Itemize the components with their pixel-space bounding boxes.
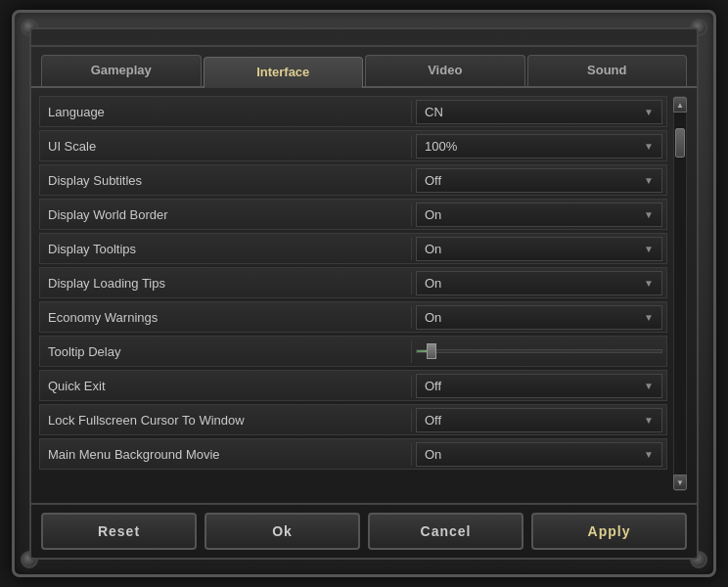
dropdown-language[interactable]: CN▼ — [416, 100, 662, 124]
dropdown-value-display-subtitles: Off — [425, 173, 441, 188]
scrollbar: ▲ ▼ — [671, 96, 689, 491]
dropdown-value-display-world-border: On — [425, 207, 441, 222]
dropdown-value-ui-scale: 100% — [425, 139, 457, 154]
dropdown-value-main-menu-background-movie: On — [425, 447, 441, 462]
setting-row-tooltip-delay: Tooltip Delay — [39, 336, 667, 367]
setting-label-main-menu-background-movie: Main Menu Background Movie — [40, 443, 412, 466]
setting-row-display-loading-tips: Display Loading TipsOn▼ — [39, 267, 667, 298]
tabs-row: GameplayInterfaceVideoSound — [31, 47, 697, 88]
setting-label-language: Language — [40, 101, 412, 123]
inner-panel: GameplayInterfaceVideoSound LanguageCN▼U… — [29, 27, 699, 560]
dropdown-arrow-language: ▼ — [644, 107, 654, 117]
slider-thumb-tooltip-delay[interactable] — [427, 343, 436, 359]
options-dialog: GameplayInterfaceVideoSound LanguageCN▼U… — [12, 10, 716, 577]
dropdown-arrow-economy-warnings: ▼ — [644, 312, 654, 323]
dropdown-display-loading-tips[interactable]: On▼ — [416, 271, 662, 295]
apply-button[interactable]: Apply — [531, 513, 687, 550]
setting-label-tooltip-delay: Tooltip Delay — [40, 340, 412, 363]
dropdown-value-lock-fullscreen-cursor: Off — [425, 413, 441, 428]
dropdown-lock-fullscreen-cursor[interactable]: Off▼ — [416, 408, 662, 432]
tab-gameplay[interactable]: Gameplay — [41, 55, 202, 86]
dropdown-arrow-quick-exit: ▼ — [644, 381, 654, 391]
dropdown-arrow-display-loading-tips: ▼ — [644, 278, 654, 289]
setting-control-display-subtitles: Off▼ — [412, 166, 666, 195]
tab-interface[interactable]: Interface — [204, 57, 364, 88]
setting-row-lock-fullscreen-cursor: Lock Fullscreen Cursor To WindowOff▼ — [39, 404, 667, 435]
setting-row-ui-scale: UI Scale100%▼ — [39, 130, 667, 161]
dropdown-ui-scale[interactable]: 100%▼ — [416, 134, 662, 158]
setting-control-display-tooltips: On▼ — [412, 235, 666, 263]
settings-area: LanguageCN▼UI Scale100%▼Display Subtitle… — [31, 88, 697, 499]
ok-button[interactable]: Ok — [205, 513, 360, 550]
setting-label-display-tooltips: Display Tooltips — [40, 238, 412, 260]
reset-button[interactable]: Reset — [41, 513, 197, 550]
cancel-button[interactable]: Cancel — [368, 513, 523, 550]
setting-control-ui-scale: 100%▼ — [412, 132, 666, 160]
dropdown-main-menu-background-movie[interactable]: On▼ — [416, 442, 662, 467]
tab-video[interactable]: Video — [365, 55, 525, 86]
dropdown-value-economy-warnings: On — [425, 310, 441, 325]
setting-label-lock-fullscreen-cursor: Lock Fullscreen Cursor To Window — [40, 409, 412, 431]
setting-control-display-world-border: On▼ — [412, 201, 666, 229]
dropdown-display-subtitles[interactable]: Off▼ — [416, 168, 662, 193]
setting-label-ui-scale: UI Scale — [40, 135, 412, 158]
scrollbar-down-button[interactable]: ▼ — [673, 474, 687, 490]
dropdown-arrow-display-subtitles: ▼ — [644, 175, 654, 186]
setting-label-quick-exit: Quick Exit — [40, 375, 412, 397]
settings-list: LanguageCN▼UI Scale100%▼Display Subtitle… — [39, 96, 671, 491]
setting-row-economy-warnings: Economy WarningsOn▼ — [39, 301, 667, 333]
setting-label-display-subtitles: Display Subtitles — [40, 169, 412, 192]
setting-row-language: LanguageCN▼ — [39, 96, 667, 127]
scrollbar-track: ▲ ▼ — [673, 96, 687, 491]
tab-sound[interactable]: Sound — [527, 55, 688, 86]
dropdown-value-display-loading-tips: On — [425, 276, 441, 291]
setting-row-display-tooltips: Display TooltipsOn▼ — [39, 233, 667, 264]
setting-control-language: CN▼ — [412, 98, 666, 126]
setting-label-display-loading-tips: Display Loading Tips — [40, 272, 412, 294]
dropdown-arrow-ui-scale: ▼ — [644, 141, 654, 152]
dropdown-economy-warnings[interactable]: On▼ — [416, 305, 662, 330]
dropdown-value-language: CN — [425, 105, 443, 119]
setting-control-quick-exit: Off▼ — [412, 372, 666, 400]
bottom-buttons: ResetOkCancelApply — [31, 503, 697, 558]
dropdown-value-display-tooltips: On — [425, 242, 441, 256]
setting-label-display-world-border: Display World Border — [40, 203, 412, 226]
setting-control-economy-warnings: On▼ — [412, 303, 666, 332]
dropdown-quick-exit[interactable]: Off▼ — [416, 374, 662, 398]
dropdown-value-quick-exit: Off — [425, 379, 441, 393]
dropdown-display-tooltips[interactable]: On▼ — [416, 237, 662, 261]
setting-row-display-subtitles: Display SubtitlesOff▼ — [39, 164, 667, 196]
dropdown-display-world-border[interactable]: On▼ — [416, 203, 662, 227]
setting-control-lock-fullscreen-cursor: Off▼ — [412, 406, 666, 434]
setting-control-tooltip-delay — [412, 339, 666, 363]
slider-tooltip-delay[interactable] — [416, 341, 662, 361]
setting-row-display-world-border: Display World BorderOn▼ — [39, 199, 667, 230]
dropdown-arrow-display-tooltips: ▼ — [644, 244, 654, 254]
dropdown-arrow-display-world-border: ▼ — [644, 209, 654, 220]
setting-control-display-loading-tips: On▼ — [412, 269, 666, 297]
setting-label-economy-warnings: Economy Warnings — [40, 306, 412, 329]
scrollbar-thumb[interactable] — [675, 128, 685, 158]
dropdown-arrow-lock-fullscreen-cursor: ▼ — [644, 415, 654, 426]
slider-track-tooltip-delay — [416, 349, 662, 353]
setting-row-main-menu-background-movie: Main Menu Background MovieOn▼ — [39, 438, 667, 470]
setting-control-main-menu-background-movie: On▼ — [412, 440, 666, 469]
dropdown-arrow-main-menu-background-movie: ▼ — [644, 449, 654, 460]
setting-row-quick-exit: Quick ExitOff▼ — [39, 370, 667, 401]
title-bar — [31, 29, 697, 47]
scrollbar-up-button[interactable]: ▲ — [673, 97, 687, 113]
